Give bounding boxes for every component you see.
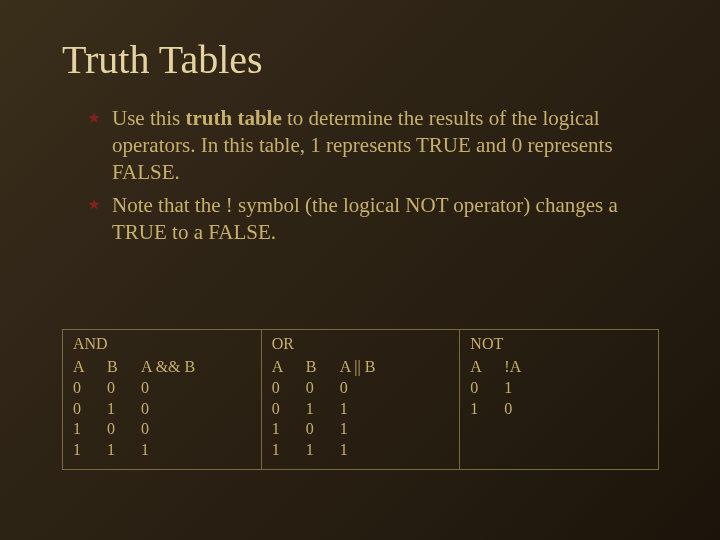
col-header: A || B: [340, 357, 454, 378]
table-title: NOT: [470, 334, 652, 355]
table-and: AND A B A && B 0 0 0 0 1 0 1 0 0 1 1 1: [63, 330, 262, 469]
cell: 1: [272, 440, 306, 461]
cell: 0: [272, 399, 306, 420]
bullet-item: Note that the ! symbol (the logical NOT …: [88, 192, 658, 246]
slide-title: Truth Tables: [62, 36, 658, 83]
bullet-text-pre: Note that the ! symbol (the logical NOT …: [112, 193, 618, 244]
col-header: B: [107, 357, 141, 378]
cell: 0: [306, 378, 340, 399]
col-header: A && B: [141, 357, 255, 378]
slide: Truth Tables Use this truth table to det…: [0, 0, 720, 540]
cell: 1: [107, 399, 141, 420]
table-grid: A B A && B 0 0 0 0 1 0 1 0 0 1 1 1: [73, 357, 255, 461]
cell: 0: [306, 419, 340, 440]
cell: 1: [306, 440, 340, 461]
cell: 0: [272, 378, 306, 399]
table-grid: A !A 0 1 1 0: [470, 357, 652, 419]
bullet-text-bold: truth table: [186, 106, 282, 130]
col-header: A: [272, 357, 306, 378]
cell: 1: [141, 440, 255, 461]
cell: 1: [340, 399, 454, 420]
cell: 1: [272, 419, 306, 440]
cell: 0: [107, 378, 141, 399]
col-header: !A: [504, 357, 652, 378]
bullet-item: Use this truth table to determine the re…: [88, 105, 658, 186]
body-text: Use this truth table to determine the re…: [88, 105, 658, 245]
table-grid: A B A || B 0 0 0 0 1 1 1 0 1 1 1 1: [272, 357, 454, 461]
table-not: NOT A !A 0 1 1 0: [460, 330, 658, 469]
cell: 1: [107, 440, 141, 461]
table-title: AND: [73, 334, 255, 355]
col-header: A: [73, 357, 107, 378]
cell: 1: [73, 440, 107, 461]
cell: 0: [470, 378, 504, 399]
cell: 0: [141, 399, 255, 420]
cell: 0: [141, 419, 255, 440]
cell: 0: [73, 399, 107, 420]
cell: 0: [107, 419, 141, 440]
cell: 1: [340, 419, 454, 440]
cell: 0: [504, 399, 652, 420]
cell: 1: [73, 419, 107, 440]
cell: 1: [470, 399, 504, 420]
cell: 0: [73, 378, 107, 399]
cell: 1: [504, 378, 652, 399]
table-title: OR: [272, 334, 454, 355]
cell: 0: [340, 378, 454, 399]
cell: 0: [141, 378, 255, 399]
table-or: OR A B A || B 0 0 0 0 1 1 1 0 1 1 1 1: [262, 330, 461, 469]
bullet-text-pre: Use this: [112, 106, 186, 130]
cell: 1: [306, 399, 340, 420]
truth-tables: AND A B A && B 0 0 0 0 1 0 1 0 0 1 1 1 O…: [62, 329, 659, 470]
col-header: A: [470, 357, 504, 378]
col-header: B: [306, 357, 340, 378]
cell: 1: [340, 440, 454, 461]
